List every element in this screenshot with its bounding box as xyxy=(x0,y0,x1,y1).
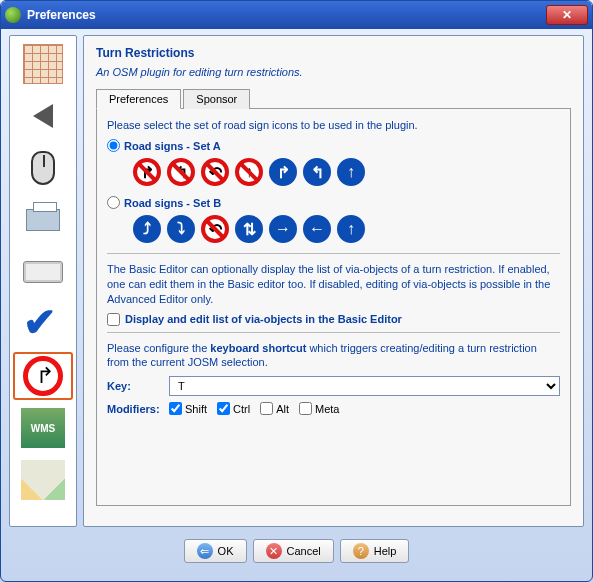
via-objects-checkbox[interactable] xyxy=(107,313,120,326)
via-objects-checkbox-label: Display and edit list of via-objects in … xyxy=(125,313,402,325)
modifier-shift-label: Shift xyxy=(185,403,207,415)
divider-2 xyxy=(107,332,560,333)
icon-row-set-a: ↱ ↰ ↶ ↑ ↱ ↰ ↑ xyxy=(133,158,560,186)
map-icon xyxy=(21,460,65,500)
icon-row-set-b: ⤴ ⤵ ↶ ⇅ → ← ↑ xyxy=(133,215,560,243)
tab-preferences[interactable]: Preferences xyxy=(96,89,181,109)
right-arrow-icon: → xyxy=(269,215,297,243)
tab-body-preferences: Please select the set of road sign icons… xyxy=(96,108,571,506)
right-only-icon: ↱ xyxy=(269,158,297,186)
ok-button[interactable]: ⇐OK xyxy=(184,539,247,563)
radio-set-a[interactable] xyxy=(107,139,120,152)
right-or-straight-icon: ⤴ xyxy=(133,215,161,243)
key-select[interactable]: T xyxy=(169,376,560,396)
sidebar-item-audio[interactable] xyxy=(13,92,73,140)
help-button-label: Help xyxy=(374,545,397,557)
modifier-meta-checkbox[interactable] xyxy=(299,402,312,415)
turn-restriction-icon xyxy=(23,356,63,396)
modifier-shift-checkbox[interactable] xyxy=(169,402,182,415)
sidebar-item-keyboard[interactable] xyxy=(13,248,73,296)
printer-icon xyxy=(26,209,60,231)
no-straight-icon: ↑ xyxy=(235,158,263,186)
iconset-prompt: Please select the set of road sign icons… xyxy=(107,119,560,131)
both-turns-icon: ⇅ xyxy=(235,215,263,243)
left-arrow-icon: ← xyxy=(303,215,331,243)
no-u-turn-icon: ↶ xyxy=(201,158,229,186)
no-left-turn-icon: ↰ xyxy=(167,158,195,186)
shortcut-desc: Please configure the keyboard shortcut w… xyxy=(107,341,560,371)
speaker-icon xyxy=(33,104,53,128)
dialog-footer: ⇐OK ✕Cancel ?Help xyxy=(1,531,592,571)
left-only-icon: ↰ xyxy=(303,158,331,186)
globe-mouse-icon xyxy=(31,151,55,185)
sidebar-item-validator[interactable]: ✔ xyxy=(13,300,73,348)
sidebar-item-connection[interactable] xyxy=(13,144,73,192)
sidebar-item-printer[interactable] xyxy=(13,196,73,244)
wms-icon: WMS xyxy=(21,408,65,448)
keyboard-icon xyxy=(23,261,63,283)
modifier-alt-checkbox[interactable] xyxy=(260,402,273,415)
page-subtitle: An OSM plugin for editing turn restricti… xyxy=(96,66,571,78)
sidebar-item-wms[interactable]: WMS xyxy=(13,404,73,452)
key-label: Key: xyxy=(107,380,163,392)
modifier-alt-label: Alt xyxy=(276,403,289,415)
titlebar: Preferences ✕ xyxy=(1,1,592,29)
shortcut-desc-bold: keyboard shortcut xyxy=(210,342,306,354)
tab-row: Preferences Sponsor xyxy=(96,88,571,108)
cancel-button-label: Cancel xyxy=(287,545,321,557)
straight-arrow-icon: ↑ xyxy=(337,215,365,243)
window-title: Preferences xyxy=(27,8,546,22)
main-panel: Turn Restrictions An OSM plugin for edit… xyxy=(83,35,584,527)
tab-sponsor[interactable]: Sponsor xyxy=(183,89,250,109)
app-icon xyxy=(5,7,21,23)
ok-icon: ⇐ xyxy=(197,543,213,559)
left-or-straight-icon: ⤵ xyxy=(167,215,195,243)
sidebar-item-turn-restrictions[interactable] xyxy=(13,352,73,400)
cancel-button[interactable]: ✕Cancel xyxy=(253,539,334,563)
ok-button-label: OK xyxy=(218,545,234,557)
shortcut-desc-pre: Please configure the xyxy=(107,342,210,354)
modifier-ctrl-label: Ctrl xyxy=(233,403,250,415)
sidebar-item-display[interactable] xyxy=(13,40,73,88)
modifier-meta-label: Meta xyxy=(315,403,339,415)
modifier-ctrl-checkbox[interactable] xyxy=(217,402,230,415)
page-title: Turn Restrictions xyxy=(96,46,571,60)
close-button[interactable]: ✕ xyxy=(546,5,588,25)
help-icon: ? xyxy=(353,543,369,559)
cancel-icon: ✕ xyxy=(266,543,282,559)
no-u-turn-b-icon: ↶ xyxy=(201,215,229,243)
basic-editor-desc: The Basic Editor can optionally display … xyxy=(107,262,560,307)
no-right-turn-icon: ↱ xyxy=(133,158,161,186)
checkmark-icon: ✔ xyxy=(23,304,63,344)
preferences-sidebar: ✔ WMS xyxy=(9,35,77,527)
radio-set-a-label: Road signs - Set A xyxy=(124,140,221,152)
grid-icon xyxy=(23,44,63,84)
sidebar-item-map-style[interactable] xyxy=(13,456,73,504)
radio-set-b[interactable] xyxy=(107,196,120,209)
modifiers-group: Shift Ctrl Alt Meta xyxy=(169,402,339,415)
help-button[interactable]: ?Help xyxy=(340,539,410,563)
straight-only-icon: ↑ xyxy=(337,158,365,186)
radio-set-b-label: Road signs - Set B xyxy=(124,197,221,209)
modifiers-label: Modifiers: xyxy=(107,403,163,415)
divider-1 xyxy=(107,253,560,254)
